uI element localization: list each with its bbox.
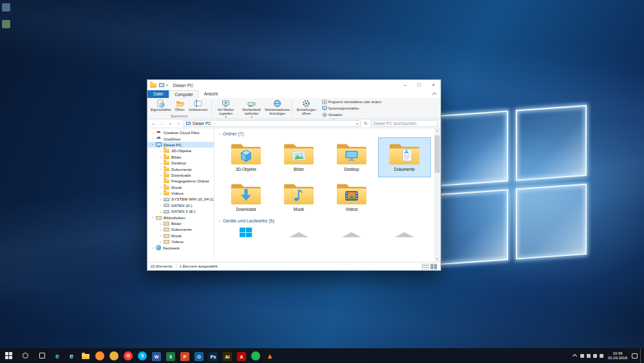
opera-icon[interactable]: O [121,348,135,363]
nav-dokumente[interactable]: › Dokumente [147,166,214,172]
vertical-scrollbar[interactable]: ▲ ▼ [434,128,440,262]
expander-icon[interactable]: › [158,210,163,213]
search-button[interactable] [17,348,33,363]
group-collapse-icon[interactable]: › [218,221,222,222]
title-bar[interactable]: ▾ Dieser PC – □ × [147,80,440,90]
show-desktop-button[interactable] [640,348,643,363]
expander-icon[interactable]: › [158,191,163,195]
nav-lib-dokumente[interactable]: › Dokumente [147,226,214,232]
manage-button[interactable]: Verwalten [321,112,383,118]
acrobat-icon[interactable]: A [234,348,249,363]
desktop-shortcut-1[interactable] [2,3,10,12]
nav-drive-d[interactable]: › DATEN (D:) [147,202,214,208]
nav-lib-videos[interactable]: › Videos [147,239,214,244]
add-network-location-button[interactable]: Netzwerkadresse hinzufügen [265,99,290,117]
taskbar-clock[interactable]: 10:36 01.03.2018 [606,351,629,360]
access-media-button[interactable]: Auf Medien zugreifen ▾ [213,99,239,119]
folder-musik[interactable]: Musik [272,177,325,217]
folder-desktop[interactable]: Desktop [325,137,378,177]
folder-dokumente[interactable]: Dokumente [378,137,431,177]
folder-downloads[interactable]: Downloads [220,177,272,217]
folder-videos[interactable]: Videos [325,177,378,217]
rename-button[interactable]: Umbenennen [187,99,210,113]
maximize-button[interactable]: □ [412,80,426,90]
open-settings-button[interactable]: Einstellungen öffnen [294,99,319,118]
nav-3d-objekte[interactable]: › 3D-Objekte [147,148,214,153]
nav-drive-c[interactable]: › SYSTEM WIN 10_64 (C:) [147,196,214,202]
nav-downloads[interactable]: › Downloads [147,172,214,178]
nav-lib-musik[interactable]: › Musik [147,233,214,239]
excel-icon[interactable]: X [164,348,178,363]
tray-expand-chevron-icon[interactable] [573,353,578,358]
qat-computer-icon[interactable] [159,83,164,87]
system-drive-tile[interactable] [220,224,272,237]
drive-tile[interactable] [272,224,325,237]
tab-ansicht[interactable]: Ansicht [199,90,223,98]
group-header-devices[interactable]: ›Geräte und Laufwerke (5) [220,219,434,223]
file-menu-button[interactable]: Datei [147,90,169,98]
expander-icon[interactable]: › [158,203,163,207]
file-explorer-icon[interactable] [79,348,93,363]
group-collapse-icon[interactable]: › [218,133,222,135]
expander-icon[interactable]: › [158,240,163,244]
search-input[interactable] [371,120,438,127]
nav-lib-bilder[interactable]: › Bilder [147,221,214,226]
nav-netzwerk[interactable]: › Netzwerk [147,244,214,250]
scrollbar-thumb[interactable] [435,135,440,173]
details-view-button[interactable] [422,264,429,270]
refresh-icon[interactable]: ↻ [362,121,370,126]
action-center-icon[interactable] [632,353,638,358]
nav-freigegebene-ordner[interactable]: › Freigegebene Ordner [147,178,214,184]
properties-button[interactable]: Eigenschaften [149,99,173,113]
internet-explorer-icon[interactable]: e [64,348,79,363]
breadcrumb[interactable]: Dieser PC [193,121,211,126]
address-dropdown-icon[interactable]: ▾ [356,122,358,126]
drive-tile[interactable] [325,224,378,237]
expander-icon[interactable]: › [158,155,163,159]
expander-icon[interactable]: › [158,161,163,165]
breadcrumb-chevron-icon[interactable]: › [212,123,216,124]
nav-drive-e[interactable]: › DATEN II (E:) [147,208,214,214]
start-button[interactable] [0,348,17,363]
back-button[interactable]: ← [150,121,157,126]
expander-icon[interactable]: › [158,197,163,201]
map-network-drive-button[interactable]: Netzlaufwerk verbinden ▾ [239,99,265,119]
minimize-button[interactable]: – [398,80,412,90]
spotify-icon[interactable] [249,348,263,363]
illustrator-icon[interactable]: Ai [220,348,234,363]
uninstall-program-button[interactable]: Programm deinstallieren oder ändern [321,99,383,105]
system-properties-button[interactable]: Systemeigenschaften [321,105,383,112]
nav-dieser-pc[interactable]: › Dieser PC [147,142,214,148]
folder-bilder[interactable]: Bilder [272,137,325,177]
outlook-icon[interactable]: O [192,348,206,363]
forward-button[interactable]: → [158,121,166,126]
expander-icon[interactable]: › [151,137,155,141]
volume-tray-icon[interactable] [593,354,597,358]
nav-bilder[interactable]: › Bilder [147,154,214,160]
nav-desktop[interactable]: › Desktop [147,160,214,166]
onedrive-tray-icon[interactable] [580,354,584,358]
nav-onedrive[interactable]: › OneDrive [147,135,214,141]
expander-icon[interactable]: › [158,222,163,226]
defender-tray-icon[interactable] [587,354,591,358]
expander-icon[interactable]: › [158,167,163,171]
drive-tile[interactable] [378,224,431,237]
expander-icon[interactable]: › [158,233,163,237]
recent-locations-icon[interactable]: ▾ [167,122,174,126]
group-header-folders[interactable]: ›Ordner (7) [220,132,434,136]
nav-bibliotheken[interactable]: › Bibliotheken [147,214,214,220]
desktop-shortcut-2[interactable] [2,20,10,28]
skype-icon[interactable]: S [135,348,149,363]
open-button[interactable]: Öffnen [173,99,187,113]
network-tray-icon[interactable] [600,354,603,358]
firefox-icon[interactable] [93,348,107,363]
nav-videos[interactable]: › Videos [147,190,214,196]
nav-musik[interactable]: › Musik [147,184,214,190]
expander-icon[interactable]: › [158,185,163,189]
expander-icon[interactable]: › [158,228,163,231]
large-icons-view-button[interactable] [430,264,437,270]
close-button[interactable]: × [426,80,440,90]
tab-computer[interactable]: Computer [169,90,199,98]
expander-icon[interactable]: › [151,215,155,220]
expander-icon[interactable]: › [151,246,155,250]
